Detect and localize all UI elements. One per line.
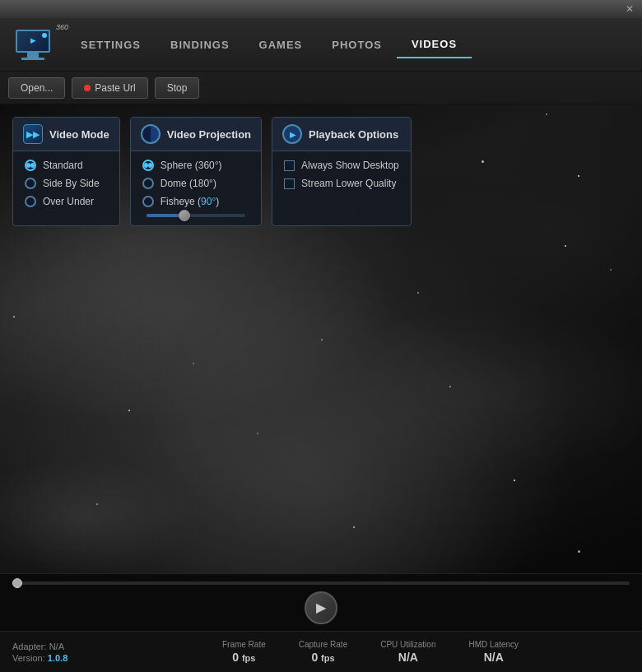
open-label: Open...: [21, 82, 53, 94]
hmd-label: HMD Latency: [468, 640, 519, 649]
play-icon: ▶: [316, 600, 326, 615]
playback-icon: [282, 124, 302, 144]
checkbox-show-desktop: [284, 160, 295, 171]
cpu-label: CPU Utilization: [380, 640, 435, 649]
video-mode-overunder[interactable]: Over Under: [25, 196, 108, 207]
checkbox-stream-lower: [284, 178, 295, 189]
show-desktop-label: Always Show Desktop: [301, 160, 399, 171]
stop-button[interactable]: Stop: [155, 77, 200, 99]
video-mode-options: Standard Side By Side Over Under: [25, 160, 108, 207]
projection-slider-track[interactable]: [147, 214, 245, 217]
adapter-info: Adapter: N/A: [12, 642, 111, 651]
panels-container: ▶▶ Video Mode Standard Side By Side: [12, 117, 412, 226]
paste-url-button[interactable]: Paste Url: [72, 77, 147, 99]
video-mode-header: ▶▶ Video Mode: [13, 118, 119, 151]
nav-bindings[interactable]: BINDINGS: [156, 32, 244, 58]
video-projection-title: Video Projection: [167, 128, 251, 141]
playback-bar: ▶: [0, 573, 642, 631]
video-mode-icon: ▶▶: [23, 124, 43, 144]
radio-sidebyside: [25, 178, 36, 189]
capture-rate-label: Capture Rate: [299, 640, 347, 649]
close-button[interactable]: ✕: [624, 3, 635, 15]
hmd-value: N/A: [484, 651, 504, 664]
projection-slider-container: [142, 214, 249, 217]
projection-icon: [141, 124, 160, 144]
toolbar: Open... Paste Url Stop: [0, 72, 642, 104]
version-label: Version:: [12, 653, 45, 663]
video-projection-body: Sphere (360°) Dome (180°) Fisheye (90°): [131, 151, 261, 225]
status-bar: Adapter: N/A Version: 1.0.8 Frame Rate 0…: [0, 631, 642, 672]
open-button[interactable]: Open...: [8, 77, 65, 99]
status-stats: Frame Rate 0 fps Capture Rate 0 fps CPU …: [111, 640, 630, 664]
nav-photos[interactable]: PHOTOS: [317, 32, 397, 58]
playback-options-title: Playback Options: [309, 128, 398, 141]
sidebyside-label: Side By Side: [43, 178, 100, 189]
stat-frame-rate: Frame Rate 0 fps: [222, 640, 266, 664]
play-button[interactable]: ▶: [305, 591, 337, 624]
video-mode-panel: ▶▶ Video Mode Standard Side By Side: [12, 117, 120, 226]
title-bar: ✕: [0, 0, 642, 18]
stream-lower-label: Stream Lower Quality: [301, 178, 396, 189]
record-icon: [84, 85, 91, 91]
video-projection-panel: Video Projection Sphere (360°) Dome (180…: [130, 117, 262, 226]
main-content: ▶▶ Video Mode Standard Side By Side: [0, 104, 642, 573]
projection-dome[interactable]: Dome (180°): [142, 178, 249, 189]
playback-options-panel: Playback Options Always Show Desktop Str…: [272, 117, 412, 226]
option-show-desktop[interactable]: Always Show Desktop: [284, 160, 399, 171]
stat-cpu: CPU Utilization N/A: [380, 640, 435, 664]
fisheye-label: Fisheye (90°): [160, 196, 220, 207]
projection-slider-fill: [147, 214, 181, 217]
video-mode-sidebyside[interactable]: Side By Side: [25, 178, 108, 189]
projection-fisheye[interactable]: Fisheye (90°): [142, 196, 249, 207]
badge-360: 360: [56, 23, 68, 31]
frame-rate-value: 0 fps: [232, 651, 255, 664]
nav-videos[interactable]: VIDEOS: [397, 31, 472, 58]
radio-sphere: [142, 160, 154, 171]
projection-sphere[interactable]: Sphere (360°): [142, 160, 249, 171]
option-stream-lower[interactable]: Stream Lower Quality: [284, 178, 399, 189]
cpu-value: N/A: [398, 651, 418, 664]
status-left: Adapter: N/A Version: 1.0.8: [12, 642, 111, 663]
projection-slider-thumb[interactable]: [179, 210, 190, 221]
paste-url-label: Paste Url: [95, 82, 135, 94]
overunder-label: Over Under: [43, 196, 94, 207]
projection-options: Sphere (360°) Dome (180°) Fisheye (90°): [142, 160, 249, 207]
nav-games[interactable]: GAMES: [244, 32, 318, 58]
video-mode-standard[interactable]: Standard: [25, 160, 108, 171]
video-mode-body: Standard Side By Side Over Under: [13, 151, 119, 216]
version-value: 1.0.8: [48, 653, 67, 663]
radio-overunder: [25, 196, 36, 207]
fisheye-degrees: 90°: [201, 196, 216, 207]
playback-options-body: Always Show Desktop Stream Lower Quality: [272, 151, 411, 197]
playback-options-list: Always Show Desktop Stream Lower Quality: [284, 160, 399, 189]
adapter-label: Adapter:: [12, 642, 47, 651]
radio-standard: [25, 160, 36, 171]
version-info: Version: 1.0.8: [12, 653, 111, 663]
playback-options-header: Playback Options: [272, 118, 411, 151]
app-logo: ▶ 360: [8, 24, 58, 65]
playback-controls: ▶: [305, 591, 337, 624]
sphere-label: Sphere (360°): [160, 160, 222, 171]
stat-hmd: HMD Latency N/A: [468, 640, 519, 664]
stop-label: Stop: [167, 82, 188, 94]
progress-track[interactable]: [12, 582, 630, 585]
monitor-icon: ▶: [16, 30, 50, 53]
capture-rate-value: 0 fps: [311, 651, 334, 664]
adapter-value: N/A: [49, 642, 64, 651]
stat-capture-rate: Capture Rate 0 fps: [299, 640, 347, 664]
video-projection-header: Video Projection: [131, 118, 261, 151]
nav-bar: ▶ 360 SETTINGS BINDINGS GAMES PHOTOS VID…: [0, 18, 642, 72]
standard-label: Standard: [43, 160, 83, 171]
dome-label: Dome (180°): [160, 178, 216, 189]
nav-settings[interactable]: SETTINGS: [66, 32, 156, 58]
nav-links: SETTINGS BINDINGS GAMES PHOTOS VIDEOS: [66, 31, 634, 58]
radio-fisheye: [142, 196, 154, 207]
progress-thumb[interactable]: [12, 578, 22, 588]
video-mode-title: Video Mode: [49, 128, 109, 141]
frame-rate-label: Frame Rate: [222, 640, 266, 649]
radio-dome: [142, 178, 154, 189]
